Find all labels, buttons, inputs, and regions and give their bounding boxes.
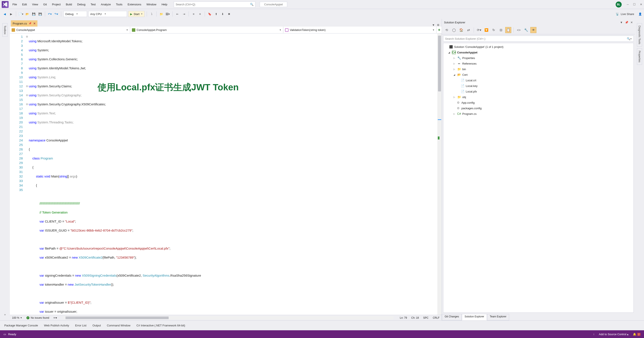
git-up-icon[interactable]: ↑ <box>593 333 594 336</box>
menu-extensions[interactable]: Extensions <box>126 2 144 7</box>
se-code-button[interactable]: <> <box>516 27 522 33</box>
panel-close-icon[interactable]: ✕ <box>630 21 633 24</box>
tree-program-cs[interactable]: ▷C# Program.cs <box>443 111 634 116</box>
tab-dropdown-icon[interactable]: ▼ <box>432 23 435 27</box>
tree-cert-folder[interactable]: ◢📂 Cert <box>443 72 634 77</box>
tab-errorlist[interactable]: Error List <box>75 324 86 327</box>
menu-git[interactable]: Git <box>41 2 49 7</box>
solution-tree[interactable]: ⬛ Solution 'ConsoleAppjwt' (1 of 1 proje… <box>443 43 634 313</box>
tab-webpublish[interactable]: Web Publish Activity <box>44 324 69 327</box>
tool-icon[interactable]: ✏▾ <box>54 316 57 319</box>
panel-tab-git[interactable]: Git Changes <box>442 314 462 321</box>
menu-analyze[interactable]: Analyze <box>98 2 113 7</box>
toolbox-tab[interactable]: Toolbox <box>2 23 8 37</box>
bm-prev-button[interactable]: ⬆ <box>214 11 219 16</box>
se-filter-button[interactable]: 🔽 <box>483 27 489 33</box>
code-editor[interactable]: using Microsoft.IdentityModel.Tokens; us… <box>29 33 437 315</box>
menu-tools[interactable]: Tools <box>114 2 124 7</box>
se-refresh-button[interactable]: ↻ <box>491 27 497 33</box>
bm-clear-button[interactable]: ✖ <box>226 11 232 16</box>
document-tab-program[interactable]: Program.cs 📌 ✕ <box>11 20 38 27</box>
tab-settings-icon[interactable]: ⚙ <box>437 23 440 27</box>
tree-bin[interactable]: ▷📁 bin <box>443 66 634 72</box>
nav-fwd-button[interactable]: ▶ <box>8 11 14 16</box>
tab-cmdwindow[interactable]: Command Window <box>107 324 130 327</box>
tree-references[interactable]: ▷▪▪ References <box>443 61 634 66</box>
open-button[interactable]: 📂 <box>25 11 30 16</box>
menu-project[interactable]: Project <box>50 2 63 7</box>
new-item-button[interactable]: 📄▾ <box>18 11 24 16</box>
nav-back-button[interactable]: ◀ <box>2 11 7 16</box>
config-dropdown[interactable]: Debug▼ <box>63 11 87 17</box>
close-tab-icon[interactable]: ✕ <box>33 22 36 25</box>
source-control-button[interactable]: Add to Source Control ▴ <box>599 333 629 336</box>
feedback-icon[interactable]: 👤 <box>638 12 642 16</box>
indent-right-button[interactable]: ⇥ <box>181 11 186 16</box>
fold-column[interactable]: ⊟ ⊟⊟⊟ <box>25 33 29 315</box>
tree-appconfig[interactable]: ⚙App.config <box>443 100 634 105</box>
tab-csinteractive[interactable]: C# Interactive (.NET Framework 64-bit) <box>136 324 185 327</box>
save-button[interactable]: 💾 <box>31 11 36 16</box>
se-home-button[interactable]: ⟲ <box>444 27 450 33</box>
pin-icon[interactable]: 📌 <box>28 22 32 25</box>
bm-next-button[interactable]: ⬇ <box>220 11 225 16</box>
notification-icon[interactable]: 🔔 2 <box>633 333 640 336</box>
menu-test[interactable]: Test <box>88 2 98 7</box>
issues-status[interactable]: ✓ No issues found <box>26 316 49 319</box>
menu-window[interactable]: Window <box>144 2 158 7</box>
step-button[interactable]: ⤵ <box>149 11 154 16</box>
properties-tab[interactable]: Properties <box>637 48 642 65</box>
tree-local-crt[interactable]: 📄Local.crt <box>443 77 634 83</box>
start-button[interactable]: ▶ Start ▼ <box>128 11 144 17</box>
tree-local-pfx[interactable]: 📄Local.pfx <box>443 89 634 94</box>
menu-help[interactable]: Help <box>160 2 170 7</box>
diagnostic-tools-tab[interactable]: Diagnostic Tools <box>637 23 642 46</box>
tree-packages[interactable]: ⚙packages.config <box>443 105 634 111</box>
panel-tab-team[interactable]: Team Explorer <box>487 314 509 321</box>
tree-local-key[interactable]: 📄Local.key <box>443 83 634 89</box>
se-back-button[interactable]: ◯ <box>451 27 457 33</box>
menu-edit[interactable]: Edit <box>20 2 29 7</box>
tree-properties[interactable]: ▷🔧 Properties <box>443 55 634 61</box>
tb-btn-b[interactable]: 🖼▾ <box>165 11 170 16</box>
platform-dropdown[interactable]: Any CPU▼ <box>88 11 127 17</box>
panel-dropdown-icon[interactable]: ▼ <box>620 21 623 24</box>
menu-debug[interactable]: Debug <box>75 2 88 7</box>
se-sync-button[interactable]: ⟳▾ <box>476 27 482 33</box>
solution-search[interactable]: Search Solution Explorer (Ctrl+;) 🔍▾ <box>443 36 634 42</box>
menu-file[interactable]: File <box>10 2 19 7</box>
tree-obj[interactable]: ▷📁 obj <box>443 94 634 100</box>
user-avatar[interactable]: BL <box>616 1 622 7</box>
live-share-button[interactable]: 📡 Live Share 👤 <box>616 12 642 16</box>
menu-view[interactable]: View <box>30 2 40 7</box>
tab-output[interactable]: Output <box>92 324 101 327</box>
nav-member-dropdown[interactable]: ValidationToken(string token) ▼ <box>283 27 436 33</box>
uncomment-button[interactable]: ≡ <box>198 11 202 16</box>
tb-btn-a[interactable]: 📁 <box>159 11 164 16</box>
se-props-button[interactable]: 🔧 <box>523 27 529 33</box>
tree-project[interactable]: ◢C# ConsoleAppjwt <box>443 49 634 55</box>
nav-project-dropdown[interactable]: ConsoleAppjwt ▼ <box>10 27 130 33</box>
zoom-dropdown[interactable]: 100 %▼ <box>12 316 22 319</box>
se-collapse-button[interactable]: ⊟ <box>498 27 504 33</box>
se-preview-button[interactable]: 👁 <box>530 27 536 33</box>
undo-button[interactable]: ↶▾ <box>47 11 52 16</box>
redo-button[interactable]: ↷▾ <box>54 11 59 16</box>
tab-pmc[interactable]: Package Manager Console <box>4 324 38 327</box>
panel-pin-icon[interactable]: 📌 <box>625 21 628 24</box>
maximize-button[interactable]: ☐ <box>633 3 636 6</box>
se-switch-button[interactable]: ⇄ <box>466 27 472 33</box>
tree-solution-root[interactable]: ⬛ Solution 'ConsoleAppjwt' (1 of 1 proje… <box>443 44 634 49</box>
comment-button[interactable]: ≡ <box>191 11 196 16</box>
minimize-button[interactable]: ─ <box>627 3 629 6</box>
indent-left-button[interactable]: ⇤ <box>175 11 180 16</box>
panel-tab-solexp[interactable]: Solution Explorer <box>462 314 487 321</box>
nav-class-dropdown[interactable]: ConsoleAppjwt.Program ▼ <box>130 27 283 33</box>
save-all-button[interactable]: 💾 <box>38 11 43 16</box>
bookmark-button[interactable]: 🔖 <box>207 11 212 16</box>
menu-build[interactable]: Build <box>64 2 74 7</box>
se-showall-button[interactable]: 📋 <box>505 27 511 33</box>
split-icon[interactable]: ✚ <box>436 27 442 33</box>
close-button[interactable]: ✕ <box>640 3 642 6</box>
vertical-scrollbar[interactable] <box>437 33 442 315</box>
